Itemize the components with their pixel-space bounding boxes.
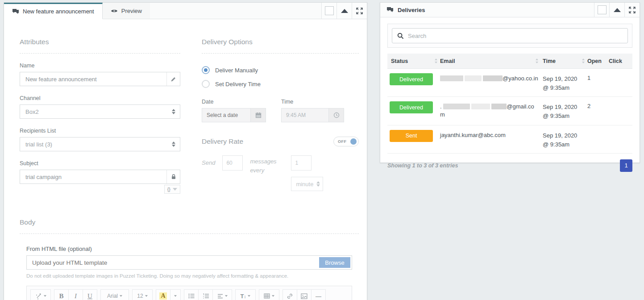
tabbar-filler <box>150 3 321 19</box>
chevron-down-icon <box>272 295 274 297</box>
table-header: Status Email Time Open Click <box>387 54 632 69</box>
time-line2: @ 9:35am <box>543 140 585 149</box>
magic-wand-button[interactable] <box>30 289 51 300</box>
browse-button[interactable]: Browse <box>319 257 350 268</box>
name-input[interactable] <box>20 76 166 83</box>
edit-pencil-button[interactable] <box>166 72 180 86</box>
line-height-button[interactable]: T↕ <box>235 289 256 300</box>
panel-square-button[interactable] <box>594 3 609 17</box>
insert-table-button[interactable] <box>259 289 279 300</box>
square-icon <box>325 6 334 15</box>
merge-field-button[interactable]: {} <box>164 185 180 194</box>
column-header-status[interactable]: Status <box>387 58 440 64</box>
font-color-dropdown-button[interactable] <box>170 289 181 300</box>
column-header-time[interactable]: Time <box>543 58 587 64</box>
horizontal-rule-button[interactable]: — <box>311 289 326 300</box>
messages-every-label: messages every <box>250 157 284 175</box>
panel-square-button[interactable] <box>321 3 337 19</box>
deliveries-title: Deliveries <box>398 7 590 13</box>
interval-column: minute <box>291 155 323 191</box>
bold-button[interactable]: B <box>54 289 69 300</box>
radio-selected-icon <box>202 66 210 74</box>
attributes-section: Attributes Name Channel Box2 Recipients … <box>20 38 180 194</box>
recipients-select[interactable]: trial list (3) <box>20 137 180 151</box>
insert-link-button[interactable] <box>283 289 297 300</box>
html-upload-input[interactable] <box>27 259 352 266</box>
lock-icon <box>170 174 177 180</box>
status-badge: Sent <box>390 130 433 142</box>
underline-button[interactable]: U <box>83 289 97 300</box>
recipients-label: Recipients List <box>20 128 180 134</box>
tab-preview[interactable]: Preview <box>103 3 150 19</box>
panel-controls <box>321 3 367 19</box>
channel-select[interactable]: Box2 <box>20 104 180 119</box>
calendar-icon <box>255 112 262 118</box>
panel-expand-button[interactable] <box>352 3 367 19</box>
body-heading: Body <box>20 218 359 234</box>
upload-note: Do not edit uploaded template images in … <box>26 273 352 279</box>
radio-deliver-manually[interactable]: Deliver Manually <box>202 66 359 74</box>
toggle-knob <box>350 138 357 145</box>
date-label: Date <box>202 99 266 105</box>
tab-new-feature-announcement[interactable]: New feature announcement <box>4 3 103 19</box>
panel-collapse-button[interactable] <box>609 3 624 17</box>
chevron-down-icon <box>173 188 177 191</box>
font-family-button[interactable]: Arial <box>100 289 129 300</box>
send-label: Send <box>202 159 215 166</box>
font-family-value: Arial <box>107 293 118 299</box>
expand-icon <box>629 7 636 13</box>
attributes-heading: Attributes <box>20 38 180 54</box>
redacted-text <box>440 75 463 81</box>
clock-button[interactable] <box>328 108 344 122</box>
campaign-editor-panel: New feature announcement Preview Attribu… <box>4 2 367 300</box>
expand-icon <box>356 8 363 14</box>
italic-button[interactable]: I <box>68 289 83 300</box>
align-button[interactable] <box>212 289 232 300</box>
search-input[interactable] <box>408 33 623 39</box>
time-input[interactable] <box>282 108 328 122</box>
insert-image-button[interactable] <box>297 289 312 300</box>
font-size-button[interactable]: 12 <box>132 289 153 300</box>
date-input[interactable] <box>202 108 250 122</box>
chevron-down-icon <box>225 295 228 297</box>
open-cell <box>587 129 609 131</box>
delivery-rate-toggle[interactable]: OFF <box>333 137 359 146</box>
numbered-list-button[interactable] <box>198 289 213 300</box>
time-cell: Sep 19, 2020 @ 9:35am <box>543 100 587 121</box>
send-count-input[interactable] <box>223 156 242 170</box>
status-badge: Delivered <box>390 73 433 85</box>
radio-set-delivery-time[interactable]: Set Delivery Time <box>202 80 359 88</box>
editor-toolbar: B I U Arial 12 <box>26 286 352 300</box>
interval-input[interactable] <box>291 156 311 170</box>
hr-icon: — <box>316 293 321 300</box>
delivery-options-heading: Delivery Options <box>202 38 359 54</box>
font-color-button[interactable]: A <box>156 289 170 300</box>
time-field <box>281 108 344 122</box>
text-height-icon: T↕ <box>241 293 246 300</box>
open-cell: 1 <box>587 72 609 81</box>
chevron-down-icon <box>145 295 148 297</box>
redacted-text <box>483 75 503 81</box>
select-arrows-icon <box>316 181 320 187</box>
collapse-triangle-icon <box>341 9 348 13</box>
chevron-down-icon <box>44 295 46 297</box>
bullet-list-button[interactable] <box>184 289 199 300</box>
toolbar-group-magic <box>30 289 51 300</box>
select-arrows-icon <box>172 142 175 147</box>
deliveries-header: Deliveries <box>380 3 640 17</box>
recipients-value: trial list (3) <box>25 141 52 148</box>
column-header-email[interactable]: Email <box>440 58 543 64</box>
unit-select[interactable]: minute <box>291 177 323 191</box>
editor-tabbar: New feature announcement Preview <box>4 3 367 19</box>
click-cell <box>609 72 629 75</box>
toolbar-group-font: Arial <box>100 289 129 300</box>
subject-input[interactable] <box>20 174 166 180</box>
page-1-button[interactable]: 1 <box>620 159 632 172</box>
from-html-label: From HTML file (optional) <box>26 246 352 252</box>
panel-expand-button[interactable] <box>624 3 640 17</box>
column-header-click: Click <box>609 58 629 64</box>
calendar-button[interactable] <box>250 108 266 122</box>
panel-collapse-button[interactable] <box>337 3 352 19</box>
subject-label: Subject <box>20 160 180 167</box>
redacted-text <box>471 104 490 109</box>
